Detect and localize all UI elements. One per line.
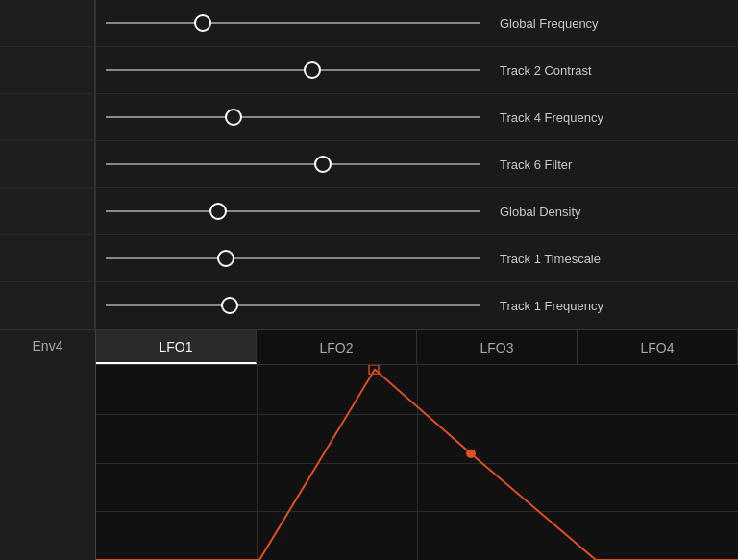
slider-label-6: Track 1 Frequency (480, 299, 728, 313)
slider-thumb-4[interactable] (209, 203, 227, 220)
env-label: Env4 (33, 338, 63, 353)
svg-point-1 (466, 450, 476, 458)
main-container: Global Frequency Track 2 Contrast Track … (0, 0, 738, 560)
lfo-waveform (96, 365, 738, 560)
slider-thumb-2[interactable] (225, 109, 242, 126)
slider-row-3: Track 6 Filter (96, 141, 738, 188)
slider-line-3 (106, 163, 480, 165)
slider-label-1: Track 2 Contrast (480, 63, 728, 78)
slider-row-5: Track 1 Timescale (96, 235, 738, 282)
slider-row-0: Global Frequency (96, 0, 738, 47)
slider-thumb-3[interactable] (314, 156, 332, 173)
slider-line-5 (106, 257, 480, 259)
lfo-tab-label-2: LFO3 (480, 340, 513, 355)
slider-label-2: Track 4 Frequency (480, 110, 728, 125)
lfo-tabs: LFO1 LFO2 LFO3 LFO4 (96, 330, 738, 365)
lfo-tab-3[interactable]: LFO4 (578, 330, 738, 364)
lfo-tab-0[interactable]: LFO1 (96, 330, 257, 364)
bottom-section: Env4 LFO1 LFO2 LFO3 LFO4 (0, 329, 738, 560)
slider-track-2[interactable] (106, 103, 480, 132)
slider-track-6[interactable] (106, 291, 480, 320)
slider-row-1: Track 2 Contrast (96, 47, 738, 94)
lfo-tab-label-0: LFO1 (159, 339, 192, 354)
left-panel-row-7 (0, 282, 95, 329)
slider-row-4: Global Density (96, 188, 738, 235)
slider-line-0 (106, 22, 480, 24)
lfo-tab-1[interactable]: LFO2 (257, 330, 417, 364)
slider-thumb-5[interactable] (217, 250, 234, 267)
slider-label-4: Global Density (480, 205, 728, 219)
left-panel-row-1 (0, 0, 95, 47)
slider-label-3: Track 6 Filter (480, 158, 728, 172)
slider-row-2: Track 4 Frequency (96, 94, 738, 141)
lfo-tab-2[interactable]: LFO3 (417, 330, 578, 364)
sliders-area: Global Frequency Track 2 Contrast Track … (96, 0, 738, 329)
slider-line-4 (106, 210, 480, 212)
slider-track-4[interactable] (106, 197, 480, 226)
slider-track-0[interactable] (106, 9, 480, 37)
left-panel-row-5 (0, 188, 95, 235)
left-panel (0, 0, 96, 329)
slider-track-1[interactable] (106, 56, 480, 85)
slider-track-5[interactable] (106, 244, 480, 273)
slider-line-6 (106, 304, 480, 306)
slider-thumb-0[interactable] (194, 14, 211, 32)
left-panel-row-3 (0, 94, 95, 141)
slider-thumb-1[interactable] (304, 61, 321, 79)
env-panel: Env4 (0, 330, 96, 560)
slider-line-1 (106, 69, 480, 71)
slider-label-0: Global Frequency (480, 16, 728, 31)
slider-track-3[interactable] (106, 150, 480, 179)
left-panel-row-4 (0, 141, 95, 188)
left-panel-row-2 (0, 47, 95, 94)
lfo-tab-label-3: LFO4 (640, 340, 674, 355)
slider-line-2 (106, 116, 480, 118)
sliders-section: Global Frequency Track 2 Contrast Track … (0, 0, 738, 329)
lfo-chart (96, 365, 738, 560)
lfo-tab-label-1: LFO2 (319, 340, 353, 355)
left-panel-row-6 (0, 235, 95, 282)
slider-thumb-6[interactable] (221, 297, 238, 314)
slider-label-5: Track 1 Timescale (480, 252, 728, 266)
lfo-section: LFO1 LFO2 LFO3 LFO4 (96, 330, 738, 560)
slider-row-6: Track 1 Frequency (96, 282, 738, 329)
